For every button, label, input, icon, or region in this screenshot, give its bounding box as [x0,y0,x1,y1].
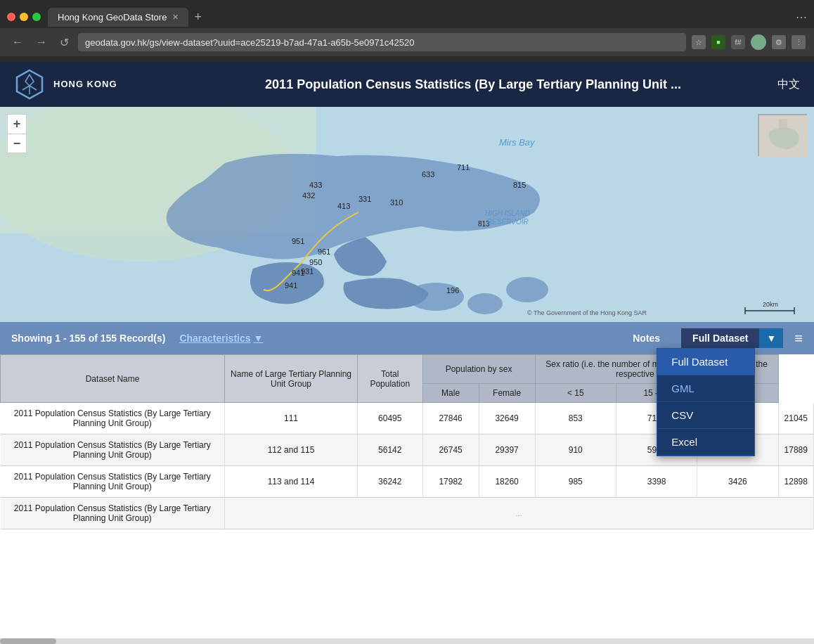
cell-totpop-1: 56142 [357,434,422,466]
cell-totpop-0: 60495 [357,403,422,434]
dropdown-item-csv[interactable]: CSV [657,402,754,429]
zoom-out-button[interactable]: − [7,134,27,153]
nav-forward-button[interactable]: → [32,34,51,50]
table-toolbar: Showing 1 - 155 of 155 Record(s) Charact… [0,322,814,354]
cell-dataset-1: 2011 Population Census Statistics (By La… [1,434,225,466]
col-header-ltpug: Name of Large Tertiary Planning Unit Gro… [225,355,358,403]
download-dropdown-button[interactable]: ▼ [759,328,783,348]
characteristics-button[interactable]: Characteristics ▼ [179,333,263,344]
svg-text:20km: 20km [763,301,778,308]
svg-rect-36 [779,119,787,129]
logo-text: HONG KONG [53,79,117,91]
extension-icon-green[interactable]: ■ [711,35,725,49]
col-header-male: Male [422,384,479,403]
svg-text:331: 331 [358,195,371,203]
col-header-lt15: < 15 [535,384,616,403]
map-svg[interactable]: 633 711 815 433 432 413 331 310 813 951 … [0,107,814,322]
dropdown-item-fulldataset[interactable]: Full Dataset [657,349,754,375]
map-controls: + − [7,114,27,153]
window-controls-icon: ⋯ [796,11,807,24]
page-title: 2011 Population Census Statistics (By La… [169,77,777,92]
cell-age2544-0: 21045 [778,403,813,434]
cell-totpop-2: 36242 [357,466,422,498]
tab-title: Hong Kong GeoData Store [58,12,167,22]
download-dropdown-menu: Full Dataset GML CSV Excel [657,348,755,456]
minimize-button-yellow[interactable] [20,13,28,21]
scrollbar-thumb[interactable] [0,638,56,644]
cell-sexratio-1: 910 [535,434,616,466]
bookmark-icon[interactable]: ☆ [692,35,706,49]
svg-text:931: 931 [301,267,314,276]
cell-female-0: 32649 [479,403,535,434]
svg-point-9 [467,293,503,314]
cell-ltpug-1: 112 and 115 [225,434,358,466]
characteristics-dropdown-icon: ▼ [254,333,264,344]
download-main-button[interactable]: Full Dataset [681,328,759,348]
address-bar: ← → ↺ ☆ ■ f# ⚙ ⋮ [0,28,814,56]
svg-text:941: 941 [285,281,297,290]
new-tab-button[interactable]: + [194,10,202,25]
browser-chrome: Hong Kong GeoData Store ✕ + ⋯ ← → ↺ ☆ ■ … [0,0,814,62]
svg-line-3 [22,86,30,90]
svg-text:815: 815 [513,181,526,189]
svg-text:961: 961 [318,247,330,256]
cell-age1524-2: 3426 [697,466,778,498]
table-row: 2011 Population Census Statistics (By La… [1,498,814,529]
svg-text:433: 433 [309,181,322,189]
cell-dataset-0: 2011 Population Census Statistics (By La… [1,403,225,434]
zoom-in-button[interactable]: + [7,114,27,134]
logo-hexagon [14,69,45,100]
traffic-lights [7,13,41,21]
url-input[interactable] [78,33,686,51]
col-header-popbysex: Population by sex [422,355,535,384]
cell-sexratio-0: 853 [535,403,616,434]
nav-refresh-button[interactable]: ↺ [56,34,72,51]
language-switch-button[interactable]: 中文 [777,77,800,92]
cell-lt15-2: 3398 [616,466,697,498]
characteristics-label: Characteristics [179,333,250,344]
dropdown-item-gml[interactable]: GML [657,375,754,402]
record-count: Showing 1 - 155 of 155 Record(s) [11,333,165,344]
cell-male-0: 27846 [422,403,479,434]
close-button-red[interactable] [7,13,15,21]
filter-button[interactable]: ≡ [794,330,803,347]
tab-bar: Hong Kong GeoData Store ✕ + ⋯ [0,0,814,28]
app-header: HONG KONG 2011 Population Census Statist… [0,62,814,107]
notes-button[interactable]: Notes [633,333,660,344]
svg-text:950: 950 [309,258,322,266]
cell-more: ... [225,498,814,529]
svg-text:413: 413 [337,202,350,210]
cell-female-2: 18260 [479,466,535,498]
download-area: Full Dataset ▼ Full Dataset GML CSV Exce… [681,328,783,348]
svg-text:432: 432 [302,191,315,200]
svg-text:951: 951 [292,237,304,245]
horizontal-scrollbar[interactable] [0,638,814,644]
menu-icon[interactable]: ⋮ [792,35,806,49]
nav-back-button[interactable]: ← [8,34,27,50]
svg-text:196: 196 [446,286,459,295]
svg-text:HIGH ISLAND: HIGH ISLAND [485,210,530,217]
profile-icon[interactable] [751,34,766,50]
svg-line-4 [30,86,37,90]
svg-text:711: 711 [457,163,470,172]
active-tab[interactable]: Hong Kong GeoData Store ✕ [48,8,188,27]
cell-ltpug-2: 113 and 114 [225,466,358,498]
tab-close-icon[interactable]: ✕ [172,13,179,22]
table-section: Showing 1 - 155 of 155 Record(s) Charact… [0,322,814,644]
cell-dataset-3: 2011 Population Census Statistics (By La… [1,498,225,529]
maximize-button-green[interactable] [32,13,41,21]
map-thumbnail [758,114,807,156]
svg-text:Mirs Bay: Mirs Bay [499,137,536,148]
cell-age2544-1: 17889 [778,434,813,466]
extensions-icon[interactable]: ⚙ [772,35,786,49]
svg-point-10 [506,277,548,302]
col-header-dataset: Dataset Name [1,355,225,403]
dropdown-item-excel[interactable]: Excel [657,429,754,456]
col-header-totpop: Total Population [357,355,422,403]
svg-text:310: 310 [390,198,403,207]
logo-area: HONG KONG [14,69,169,100]
map-container: 633 711 815 433 432 413 331 310 813 951 … [0,107,814,322]
extension-icon-f[interactable]: f# [731,35,745,49]
cell-female-1: 29397 [479,434,535,466]
cell-dataset-2: 2011 Population Census Statistics (By La… [1,466,225,498]
